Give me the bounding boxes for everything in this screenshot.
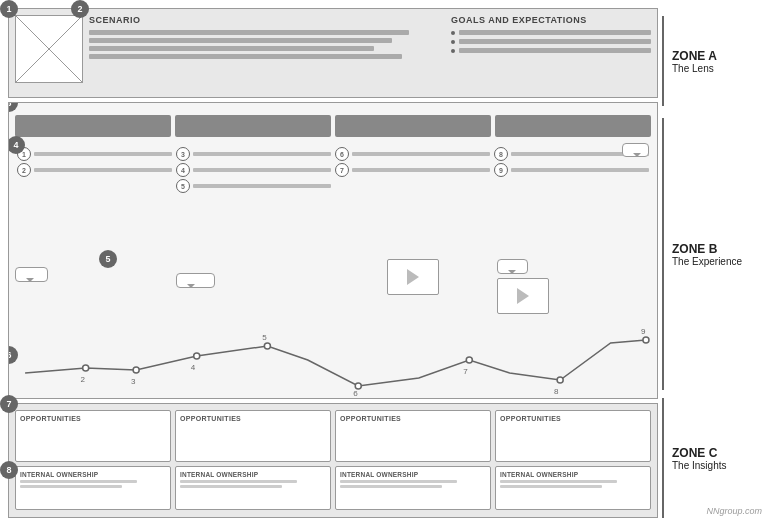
own-line-3-1: [340, 480, 457, 483]
svg-text:7: 7: [463, 367, 468, 376]
diagram-area: 1 2 SCENARIO GOALS AND EXPECTATIONS: [0, 0, 658, 526]
opportunity-box-1: OPPORTUNITIES: [15, 410, 171, 462]
svg-point-0: [83, 365, 89, 371]
speech-bubble-1: [15, 267, 48, 282]
badge-2: 2: [71, 0, 89, 18]
opp-label-3: OPPORTUNITIES: [340, 415, 486, 422]
step-badge-8: 8: [494, 147, 508, 161]
channel-1: [15, 115, 171, 137]
scenario-section: SCENARIO: [89, 15, 445, 91]
step-badge-4: 4: [176, 163, 190, 177]
opportunity-box-2: OPPORTUNITIES: [175, 410, 331, 462]
zone-c: 7 8 OPPORTUNITIES OPPORTUNITIES OPPORTUN…: [8, 403, 658, 518]
opportunities-row: OPPORTUNITIES OPPORTUNITIES OPPORTUNITIE…: [15, 410, 651, 462]
goals-section: GOALS AND EXPECTATIONS: [451, 15, 651, 91]
journey-curve: 2 3 4 5 6 7 8 9: [15, 318, 651, 398]
own-lines-4: [500, 480, 646, 488]
ownership-box-4: INTERNAL OWNERSHIP: [495, 466, 651, 510]
step-badge-9: 9: [494, 163, 508, 177]
main-container: 1 2 SCENARIO GOALS AND EXPECTATIONS: [0, 0, 768, 526]
step-line-2-1: [193, 152, 331, 156]
badge-8: 8: [0, 461, 18, 479]
zone-a-title: ZONE A: [672, 49, 717, 63]
zone-b-title: ZONE B: [672, 242, 717, 256]
nngroup-label: NNgroup.com: [706, 506, 762, 516]
step-2-3: 5: [176, 179, 331, 193]
zone-c-subtitle: The Insights: [672, 460, 726, 471]
step-3-1: 6: [335, 147, 490, 161]
own-label-4: INTERNAL OWNERSHIP: [500, 471, 646, 478]
step-2-1: 3: [176, 147, 331, 161]
goal-line-2: [459, 39, 651, 44]
speech-bubble-3: [497, 259, 529, 274]
step-line-3-2: [352, 168, 490, 172]
own-label-2: INTERNAL OWNERSHIP: [180, 471, 326, 478]
step-col-2: 3 4 5: [174, 143, 333, 253]
step-col-3: 6 7: [333, 143, 492, 253]
channel-2: [175, 115, 331, 137]
step-line-1-2: [34, 168, 172, 172]
step-badge-2: 2: [17, 163, 31, 177]
own-line-3-2: [340, 485, 442, 488]
scenario-line-3: [89, 46, 374, 51]
svg-text:4: 4: [191, 363, 196, 372]
wireframe-placeholder: [15, 15, 83, 83]
ownership-box-1: INTERNAL OWNERSHIP: [15, 466, 171, 510]
zone-labels-container: ZONE A The Lens ZONE B The Experience ZO…: [658, 0, 768, 526]
step-1-2: 2: [17, 163, 172, 177]
zone-b-subtitle: The Experience: [672, 256, 742, 267]
ownership-box-2: INTERNAL OWNERSHIP: [175, 466, 331, 510]
svg-text:9: 9: [641, 327, 646, 336]
goal-item-3: [451, 48, 651, 53]
zone-a-label: ZONE A The Lens: [662, 16, 758, 106]
channel-3: [335, 115, 491, 137]
step-col-1: 1 2: [15, 143, 174, 253]
step-badge-3: 3: [176, 147, 190, 161]
scenario-line-1: [89, 30, 409, 35]
svg-point-1: [133, 367, 139, 373]
channel-4: [495, 115, 651, 137]
opportunity-box-3: OPPORTUNITIES: [335, 410, 491, 462]
zone-c-label: ZONE C The Insights: [662, 398, 758, 518]
svg-text:5: 5: [262, 333, 267, 342]
svg-text:6: 6: [353, 389, 358, 398]
own-line-2-1: [180, 480, 297, 483]
zone-a: 1 2 SCENARIO GOALS AND EXPECTATIONS: [8, 8, 658, 98]
own-line-4-2: [500, 485, 602, 488]
step-4-2: 9: [494, 163, 649, 177]
own-lines-1: [20, 480, 166, 488]
scenario-lines: [89, 30, 445, 59]
zone-b-label: ZONE B The Experience: [662, 118, 758, 390]
step-badge-6: 6: [335, 147, 349, 161]
opp-label-2: OPPORTUNITIES: [180, 415, 326, 422]
goal-line-1: [459, 30, 651, 35]
ownership-box-3: INTERNAL OWNERSHIP: [335, 466, 491, 510]
play-icon-1: [407, 269, 419, 285]
svg-text:2: 2: [81, 375, 86, 384]
goals-items: [451, 30, 651, 53]
channels-row: [9, 111, 657, 141]
step-line-2-2: [193, 168, 331, 172]
step-col-4: 8 9: [492, 143, 651, 253]
scenario-line-4: [89, 54, 402, 59]
opp-label-1: OPPORTUNITIES: [20, 415, 166, 422]
ownership-row: INTERNAL OWNERSHIP INTERNAL OWNERSHIP IN…: [15, 466, 651, 510]
step-2-2: 4: [176, 163, 331, 177]
bullet-1: [451, 31, 455, 35]
svg-point-7: [643, 337, 649, 343]
step-line-1-1: [34, 152, 172, 156]
own-label-1: INTERNAL OWNERSHIP: [20, 471, 166, 478]
video-box-1: [387, 259, 439, 295]
own-line-1-2: [20, 485, 122, 488]
badge-7: 7: [0, 395, 18, 413]
bullet-2: [451, 40, 455, 44]
svg-point-3: [264, 343, 270, 349]
badge-5: 5: [99, 250, 117, 268]
goal-line-3: [459, 48, 651, 53]
opp-label-4: OPPORTUNITIES: [500, 415, 646, 422]
svg-point-6: [557, 377, 563, 383]
step-line-2-3: [193, 184, 331, 188]
opportunity-box-4: OPPORTUNITIES: [495, 410, 651, 462]
svg-point-5: [466, 357, 472, 363]
own-line-2-2: [180, 485, 282, 488]
